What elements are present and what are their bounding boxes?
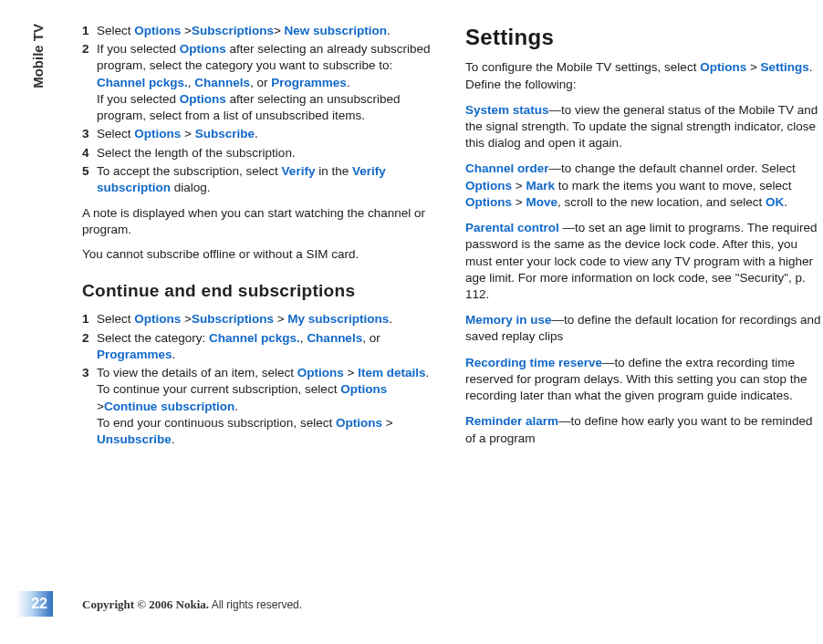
page-root: Mobile TV 1 Select Options >Subscription… [0,0,823,644]
column-right: Settings To configure the Mobile TV sett… [465,23,823,579]
step-item: 5 To accept the subscription, select Ver… [82,163,440,196]
column-left: 1 Select Options >Subscriptions> New sub… [82,23,440,579]
side-tab: Mobile TV [29,24,47,88]
step-item: 3 To view the details of an item, select… [82,365,440,448]
page-number: 22 [31,594,47,614]
setting-system-status: System status—to view the general status… [465,102,823,152]
copyright-strong: Copyright © 2006 Nokia. [82,597,209,611]
section-heading-settings: Settings [465,23,823,52]
subscription-steps-1: 1 Select Options >Subscriptions> New sub… [82,23,440,196]
subheading-continue-end: Continue and end subscriptions [82,279,440,303]
setting-reminder-alarm: Reminder alarm—to define how early you w… [465,413,823,446]
subscription-steps-2: 1 Select Options >Subscriptions > My sub… [82,311,440,448]
setting-channel-order: Channel order—to change the default chan… [465,161,823,211]
copyright-rest: All rights reserved. [209,598,302,611]
step-item: 1 Select Options >Subscriptions > My sub… [82,311,440,327]
step-item: 3 Select Options > Subscribe. [82,126,440,142]
page-number-box: 22 [16,591,53,617]
paragraph-offline: You cannot subscribe offline or without … [82,246,440,263]
step-item: 4 Select the length of the subscription. [82,145,440,161]
step-item: 2 Select the category: Channel pckgs., C… [82,330,440,363]
content-columns: 1 Select Options >Subscriptions> New sub… [82,23,823,579]
setting-recording-time-reserve: Recording time reserve—to define the ext… [465,355,823,405]
setting-parental-control: Parental control —to set an age limit to… [465,220,823,303]
settings-intro: To configure the Mobile TV settings, sel… [465,59,823,92]
step-item: 1 Select Options >Subscriptions> New sub… [82,23,440,39]
paragraph-note: A note is displayed when you can start w… [82,205,440,238]
step-item: 2 If you selected Options after selectin… [82,41,440,124]
setting-memory-in-use: Memory in use—to define the default loca… [465,312,823,345]
copyright-line: Copyright © 2006 Nokia. All rights reser… [82,597,302,613]
